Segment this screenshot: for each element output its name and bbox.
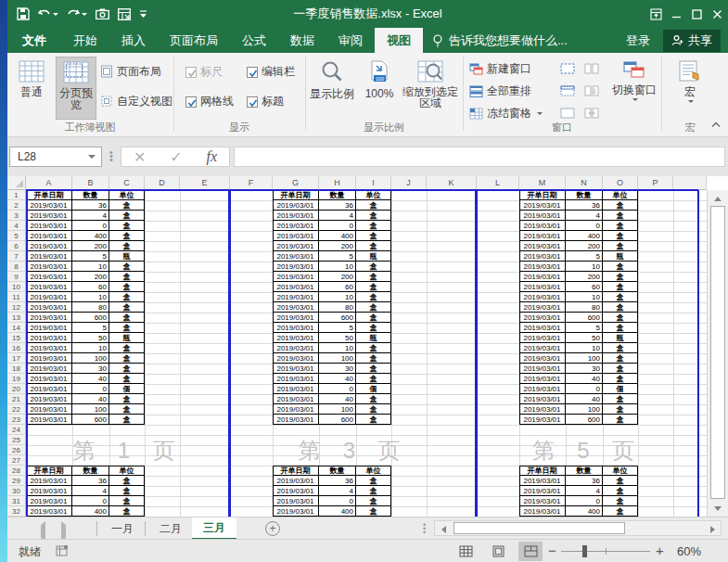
row-header-13[interactable]: 13 (7, 313, 26, 323)
zoom-level[interactable]: 60% (677, 544, 701, 558)
row-header-3[interactable]: 3 (7, 211, 26, 221)
share-button[interactable]: 共享 (663, 30, 721, 52)
sheet-tab-january[interactable]: 一月 (100, 517, 145, 540)
reset-window-position-button[interactable] (584, 104, 599, 122)
column-header-E[interactable]: E (180, 176, 230, 190)
headings-checkbox[interactable]: 标题 (247, 94, 284, 109)
collapse-ribbon-icon[interactable] (711, 118, 721, 131)
hide-button[interactable] (560, 82, 575, 100)
row-header-5[interactable]: 5 (7, 231, 26, 241)
freeze-panes-button[interactable]: 冻结窗格 (469, 104, 543, 122)
sign-in-link[interactable]: 登录 (626, 32, 650, 49)
scroll-down-icon[interactable] (710, 502, 725, 515)
page-layout-view-button[interactable]: 页面布局 (100, 62, 161, 81)
column-header-B[interactable]: B (72, 176, 109, 190)
ribbon-display-options-icon[interactable] (648, 6, 663, 21)
column-header-D[interactable]: D (145, 176, 180, 190)
row-header-6[interactable]: 6 (7, 241, 26, 251)
column-header-C[interactable]: C (109, 176, 145, 190)
worksheet-grid[interactable]: ABCDEFGHIJKLMNOP123456789101112131415161… (7, 176, 728, 517)
minimize-icon[interactable] (669, 6, 683, 21)
horizontal-scrollbar-thumb[interactable] (453, 522, 625, 534)
row-header-30[interactable]: 30 (7, 486, 26, 496)
row-header-29[interactable]: 29 (7, 476, 26, 486)
column-header-F[interactable]: F (230, 176, 273, 190)
page-layout-status-icon[interactable] (486, 542, 510, 561)
column-header-J[interactable]: J (391, 176, 427, 190)
column-header-M[interactable]: M (519, 176, 566, 190)
zoom-button[interactable]: 显示比例 (308, 57, 356, 120)
row-header-28[interactable]: 28 (7, 466, 26, 476)
confirm-entry-icon[interactable]: ✓ (170, 148, 182, 166)
page-break-preview-button[interactable]: 分页预览 (56, 57, 96, 120)
sheet-tab-march[interactable]: 三月 (192, 517, 236, 540)
ruler-checkbox[interactable]: 标尺 (185, 64, 223, 80)
column-header-K[interactable]: K (427, 176, 477, 190)
undo-icon[interactable] (38, 8, 58, 19)
tab-file[interactable]: 文件 (7, 28, 61, 53)
tab-scroll-left-icon[interactable] (41, 525, 45, 538)
row-header-7[interactable]: 7 (7, 251, 26, 262)
unhide-button[interactable] (560, 104, 575, 122)
zoom-100-button[interactable]: 100 100% (360, 57, 399, 120)
new-window-button[interactable]: 新建窗口 (469, 59, 531, 78)
tab-formulas[interactable]: 公式 (230, 28, 278, 53)
column-header-H[interactable]: H (319, 176, 356, 190)
row-header-24[interactable]: 24 (7, 425, 26, 435)
row-header-18[interactable]: 18 (7, 364, 26, 374)
column-header-N[interactable]: N (566, 176, 603, 190)
row-header-27[interactable]: 27 (7, 455, 26, 466)
vertical-scrollbar-thumb[interactable] (710, 206, 725, 499)
select-all-corner[interactable] (7, 176, 26, 190)
row-header-17[interactable]: 17 (7, 353, 26, 364)
arrange-all-button[interactable]: 全部重排 (469, 82, 531, 100)
tab-insert[interactable]: 插入 (109, 28, 158, 53)
save-icon[interactable] (17, 7, 30, 20)
name-box-dropdown-icon[interactable] (88, 155, 96, 159)
row-header-16[interactable]: 16 (7, 343, 26, 353)
zoom-to-selection-button[interactable]: 缩放到选定区域 (402, 57, 458, 120)
insert-function-icon[interactable]: fx (207, 148, 218, 165)
row-header-11[interactable]: 11 (7, 292, 26, 302)
tell-me-box[interactable]: 告诉我您想要做什么... (423, 28, 577, 53)
custom-views-button[interactable]: 自定义视图 (100, 92, 172, 110)
row-header-2[interactable]: 2 (7, 200, 26, 211)
formula-bar-handle[interactable]: ••• (109, 150, 113, 161)
name-box[interactable]: L28 (9, 147, 102, 167)
close-icon[interactable] (709, 6, 724, 21)
row-header-15[interactable]: 15 (7, 333, 26, 343)
tab-home[interactable]: 开始 (61, 28, 109, 53)
zoom-in-icon[interactable]: + (656, 543, 664, 558)
new-sheet-icon[interactable]: + (265, 521, 280, 536)
redo-icon[interactable] (67, 8, 87, 19)
row-header-23[interactable]: 23 (7, 415, 26, 425)
row-header-26[interactable]: 26 (7, 445, 26, 455)
row-header-32[interactable]: 32 (7, 506, 26, 517)
macro-record-icon[interactable] (56, 544, 69, 559)
row-header-22[interactable]: 22 (7, 404, 26, 415)
normal-view-button[interactable]: 普通 (11, 57, 52, 120)
formula-input[interactable] (234, 147, 725, 167)
switch-windows-button[interactable]: 切换窗口 (610, 57, 658, 120)
tab-scroll-right-icon[interactable] (61, 525, 66, 538)
vertical-scrollbar[interactable] (707, 190, 728, 517)
gridlines-checkbox[interactable]: 网格线 (185, 94, 234, 109)
scrollbar-resize-handle[interactable]: ••• (423, 523, 426, 534)
tab-view[interactable]: 视图 (375, 28, 423, 53)
row-header-4[interactable]: 4 (7, 221, 26, 231)
view-side-by-side-button[interactable] (584, 59, 599, 78)
row-header-1[interactable]: 1 (7, 190, 26, 200)
column-header-partial[interactable] (673, 176, 707, 190)
column-header-I[interactable]: I (356, 176, 391, 190)
table-tool-icon[interactable] (118, 8, 131, 20)
scroll-up-icon[interactable] (710, 192, 725, 205)
normal-view-status-icon[interactable] (453, 542, 478, 561)
formula-bar-checkbox[interactable]: 编辑栏 (247, 64, 295, 80)
scroll-left-icon[interactable] (437, 524, 450, 534)
zoom-slider-thumb[interactable] (582, 545, 587, 557)
scroll-right-icon[interactable] (706, 524, 719, 534)
tab-page-layout[interactable]: 页面布局 (158, 28, 230, 53)
column-header-P[interactable]: P (638, 176, 673, 190)
row-header-31[interactable]: 31 (7, 496, 26, 506)
column-header-O[interactable]: O (603, 176, 638, 190)
